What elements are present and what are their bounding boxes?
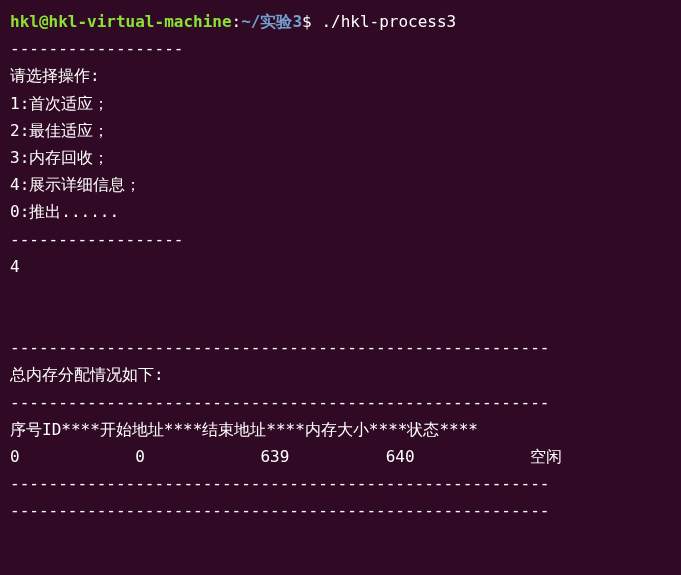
separator-6: ----------------------------------------… bbox=[10, 497, 671, 524]
separator-2: ------------------ bbox=[10, 226, 671, 253]
blank-line bbox=[10, 280, 671, 307]
separator-5: ----------------------------------------… bbox=[10, 470, 671, 497]
table-row: 0 0 639 640 空闲 bbox=[10, 443, 671, 470]
user-input: 4 bbox=[10, 253, 671, 280]
prompt-path: ~/实验3 bbox=[241, 12, 302, 31]
command-text: ./hkl-process3 bbox=[321, 12, 456, 31]
menu-option-3: 3:内存回收； bbox=[10, 144, 671, 171]
cell-start: 0 bbox=[135, 447, 145, 466]
blank-line bbox=[10, 307, 671, 334]
menu-option-1: 1:首次适应； bbox=[10, 90, 671, 117]
separator-4: ----------------------------------------… bbox=[10, 389, 671, 416]
prompt-line[interactable]: hkl@hkl-virtual-machine:~/实验3$ ./hkl-pro… bbox=[10, 8, 671, 35]
separator-3: ----------------------------------------… bbox=[10, 334, 671, 361]
cell-end: 639 bbox=[260, 447, 289, 466]
prompt-dollar: $ bbox=[302, 12, 321, 31]
table-header: 序号ID****开始地址****结束地址****内存大小****状态**** bbox=[10, 416, 671, 443]
separator-1: ------------------ bbox=[10, 35, 671, 62]
cell-status: 空闲 bbox=[530, 447, 562, 466]
summary-title: 总内存分配情况如下: bbox=[10, 361, 671, 388]
cell-size: 640 bbox=[386, 447, 415, 466]
menu-option-4: 4:展示详细信息； bbox=[10, 171, 671, 198]
cell-id: 0 bbox=[10, 447, 20, 466]
menu-option-2: 2:最佳适应； bbox=[10, 117, 671, 144]
prompt-user-host: hkl@hkl-virtual-machine bbox=[10, 12, 232, 31]
menu-option-0: 0:推出...... bbox=[10, 198, 671, 225]
prompt-colon: : bbox=[232, 12, 242, 31]
menu-title: 请选择操作: bbox=[10, 62, 671, 89]
